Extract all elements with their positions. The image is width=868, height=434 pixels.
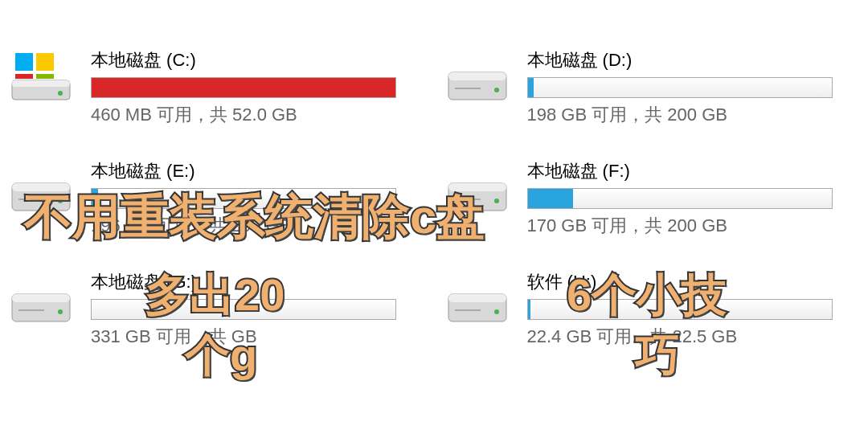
svg-rect-4 — [36, 53, 54, 71]
drive-usage-bar — [91, 77, 396, 98]
drive-usage: 331 GB 可用，共 GB — [91, 325, 408, 349]
drive-g[interactable]: 本地磁盘 (G:) 331 GB 可用，共 GB — [4, 270, 408, 349]
svg-point-17 — [494, 199, 499, 203]
drive-icon — [440, 159, 514, 223]
svg-rect-12 — [12, 183, 70, 191]
drive-usage-bar — [527, 299, 833, 320]
svg-rect-3 — [15, 53, 33, 71]
drive-usage: 196 GB 可用，共 200 GB — [91, 214, 408, 238]
drive-name: 软件 (H:) — [527, 270, 845, 294]
drive-icon — [4, 270, 78, 334]
drive-usage: 22.4 GB 可用，共 22.5 GB — [527, 325, 845, 349]
drive-usage-bar — [527, 188, 833, 209]
drive-usage: 460 MB 可用，共 52.0 GB — [91, 103, 408, 127]
drive-software[interactable]: 软件 (H:) 22.4 GB 可用，共 22.5 GB — [440, 270, 845, 349]
svg-point-13 — [58, 199, 63, 203]
drive-icon — [440, 48, 514, 113]
drive-d[interactable]: 本地磁盘 (D:) 198 GB 可用，共 200 GB — [440, 48, 845, 127]
drive-usage-bar — [91, 299, 396, 320]
svg-rect-5 — [15, 74, 33, 79]
drive-e[interactable]: 本地磁盘 (E:) 196 GB 可用，共 200 GB — [4, 159, 408, 238]
drive-icon-system — [4, 48, 78, 113]
drive-usage: 170 GB 可用，共 200 GB — [527, 214, 845, 238]
drive-usage-bar — [91, 188, 396, 209]
drive-name: 本地磁盘 (F:) — [527, 159, 845, 183]
svg-point-9 — [494, 88, 499, 92]
drive-usage: 198 GB 可用，共 200 GB — [527, 103, 845, 127]
svg-rect-6 — [36, 74, 54, 79]
drive-icon — [440, 270, 514, 334]
drive-icon — [4, 159, 78, 223]
svg-rect-16 — [448, 183, 506, 191]
svg-point-25 — [494, 309, 499, 314]
drive-name: 本地磁盘 (C:) — [91, 48, 408, 72]
svg-point-2 — [58, 91, 63, 96]
drive-name: 本地磁盘 (D:) — [527, 48, 845, 72]
drive-f[interactable]: 本地磁盘 (F:) 170 GB 可用，共 200 GB — [440, 159, 845, 238]
svg-rect-24 — [448, 294, 506, 302]
drive-c[interactable]: 本地磁盘 (C:) 460 MB 可用，共 52.0 GB — [4, 48, 408, 127]
drives-grid: 本地磁盘 (C:) 460 MB 可用，共 52.0 GB 本地磁盘 (D:) … — [0, 48, 868, 349]
drive-usage-bar — [527, 77, 833, 98]
svg-rect-1 — [12, 80, 70, 87]
drive-name: 本地磁盘 (E:) — [91, 159, 408, 183]
svg-rect-8 — [448, 72, 506, 80]
drive-name: 本地磁盘 (G:) — [91, 270, 408, 294]
svg-point-21 — [58, 309, 63, 314]
svg-rect-20 — [12, 294, 70, 302]
